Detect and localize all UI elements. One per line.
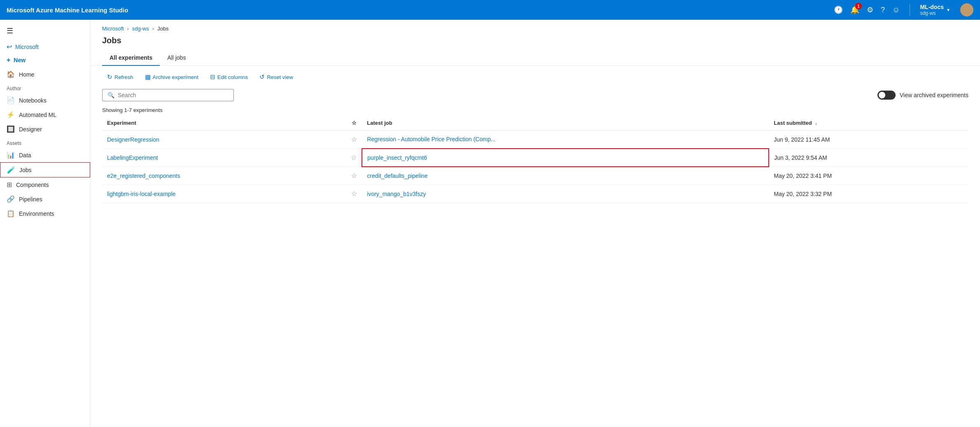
environments-label: Environments xyxy=(19,210,54,217)
table-row: e2e_registered_components☆credit_default… xyxy=(102,167,968,185)
pipelines-icon: 🔗 xyxy=(7,195,15,203)
tab-all-experiments[interactable]: All experiments xyxy=(102,50,160,66)
view-archived-label: View archived experiments xyxy=(900,92,968,98)
star-cell[interactable]: ☆ xyxy=(346,149,362,167)
search-input[interactable] xyxy=(118,92,229,98)
experiment-cell[interactable]: e2e_registered_components xyxy=(102,167,346,185)
archive-experiment-button[interactable]: ▦ Archive experiment xyxy=(140,71,203,83)
tab-all-jobs[interactable]: All jobs xyxy=(160,50,193,66)
view-archived-toggle-row: View archived experiments xyxy=(877,91,968,100)
star-cell[interactable]: ☆ xyxy=(346,131,362,149)
breadcrumb-sep-1: › xyxy=(127,26,129,32)
search-box[interactable]: 🔍 xyxy=(102,89,234,101)
reset-icon: ↺ xyxy=(259,73,265,81)
main-content: Microsoft › sdg-ws › Jobs Jobs All exper… xyxy=(91,20,980,427)
archive-icon: ▦ xyxy=(145,73,151,81)
star-icon[interactable]: ☆ xyxy=(351,154,357,161)
jobs-label: Jobs xyxy=(19,167,32,173)
designer-label: Designer xyxy=(19,126,42,133)
last-submitted-cell: Jun 3, 2022 9:54 AM xyxy=(769,149,968,167)
sidebar-item-notebooks[interactable]: 📄 Notebooks xyxy=(0,93,90,107)
last-submitted-cell: Jun 9, 2022 11:45 AM xyxy=(769,131,968,149)
notebooks-label: Notebooks xyxy=(19,97,47,104)
col-header-last-submitted[interactable]: Last submitted ↓ xyxy=(769,117,968,131)
environments-icon: 📋 xyxy=(7,210,15,217)
notification-badge: 1 xyxy=(855,3,862,9)
edit-columns-button[interactable]: ⊟ Edit columns xyxy=(205,71,253,83)
top-bar-divider xyxy=(910,4,910,16)
history-icon[interactable]: 🕐 xyxy=(834,5,843,14)
star-cell[interactable]: ☆ xyxy=(346,167,362,185)
breadcrumb-sep-2: › xyxy=(152,26,154,32)
reset-view-button[interactable]: ↺ Reset view xyxy=(254,71,298,83)
view-archived-toggle[interactable] xyxy=(877,91,896,100)
refresh-icon: ↻ xyxy=(107,73,112,81)
sidebar-item-designer[interactable]: 🔲 Designer xyxy=(0,122,90,136)
designer-icon: 🔲 xyxy=(7,125,15,133)
experiment-cell[interactable]: lightgbm-iris-local-example xyxy=(102,185,346,203)
search-icon: 🔍 xyxy=(107,92,114,98)
sidebar: ☰ ↩ Microsoft + New 🏠 Home Author 📄 Note… xyxy=(0,20,91,427)
pipelines-label: Pipelines xyxy=(19,196,42,203)
smiley-icon[interactable]: ☺ xyxy=(892,6,900,14)
chevron-down-icon: ▾ xyxy=(947,7,950,13)
col-header-star: ☆ xyxy=(346,117,362,131)
automated-ml-label: Automated ML xyxy=(19,112,56,118)
experiment-cell[interactable]: DesignerRegression xyxy=(102,131,346,149)
latest-job-cell[interactable]: purple_insect_ryfqcmt6 xyxy=(362,149,769,167)
table-row: LabelingExperiment☆purple_insect_ryfqcmt… xyxy=(102,149,968,167)
latest-job-cell[interactable]: credit_defaults_pipeline xyxy=(362,167,769,185)
components-label: Components xyxy=(16,182,49,188)
breadcrumb-jobs: Jobs xyxy=(157,26,168,32)
reset-view-label: Reset view xyxy=(267,74,293,80)
app-body: ☰ ↩ Microsoft + New 🏠 Home Author 📄 Note… xyxy=(0,20,980,427)
table-header-row: Experiment ☆ Latest job Last submitted ↓ xyxy=(102,117,968,131)
automated-ml-icon: ⚡ xyxy=(7,111,15,119)
star-icon[interactable]: ☆ xyxy=(351,190,357,197)
table-row: lightgbm-iris-local-example☆ivory_mango_… xyxy=(102,185,968,203)
sidebar-item-jobs[interactable]: 🧪 Jobs xyxy=(0,162,90,177)
sidebar-item-environments[interactable]: 📋 Environments xyxy=(0,206,90,221)
experiments-table: Experiment ☆ Latest job Last submitted ↓… xyxy=(102,117,968,203)
latest-job-cell[interactable]: Regression - Automobile Price Prediction… xyxy=(362,131,769,149)
workspace-switcher[interactable]: ML-docs sdg-ws ▾ xyxy=(920,4,950,16)
sidebar-item-automated-ml[interactable]: ⚡ Automated ML xyxy=(0,107,90,122)
breadcrumb-microsoft[interactable]: Microsoft xyxy=(102,26,124,32)
sidebar-item-data[interactable]: 📊 Data xyxy=(0,148,90,162)
app-title: Microsoft Azure Machine Learning Studio xyxy=(7,7,834,14)
sidebar-item-components[interactable]: ⊞ Components xyxy=(0,177,90,192)
last-submitted-cell: May 20, 2022 3:41 PM xyxy=(769,167,968,185)
sidebar-item-pipelines[interactable]: 🔗 Pipelines xyxy=(0,192,90,206)
sidebar-item-home[interactable]: 🏠 Home xyxy=(0,67,90,82)
toolbar: ↻ Refresh ▦ Archive experiment ⊟ Edit co… xyxy=(91,66,980,87)
avatar[interactable] xyxy=(960,3,973,16)
last-submitted-cell: May 20, 2022 3:32 PM xyxy=(769,185,968,203)
plus-icon: + xyxy=(7,56,10,64)
table-row: DesignerRegression☆Regression - Automobi… xyxy=(102,131,968,149)
notification-icon[interactable]: 🔔 1 xyxy=(850,5,859,14)
hamburger-icon[interactable]: ☰ xyxy=(0,23,90,40)
top-bar-icons: 🕐 🔔 1 ⚙ ? ☺ ML-docs sdg-ws ▾ xyxy=(834,3,973,16)
showing-count: Showing 1-7 experiments xyxy=(91,106,980,117)
experiment-cell[interactable]: LabelingExperiment xyxy=(102,149,346,167)
toggle-knob xyxy=(879,92,885,98)
tabs: All experiments All jobs xyxy=(91,50,980,66)
breadcrumb-workspace[interactable]: sdg-ws xyxy=(132,26,149,32)
home-label: Home xyxy=(19,71,34,78)
sidebar-back[interactable]: ↩ Microsoft xyxy=(0,40,90,53)
settings-icon[interactable]: ⚙ xyxy=(867,5,873,14)
star-icon[interactable]: ☆ xyxy=(351,136,357,143)
page-title: Jobs xyxy=(91,34,980,50)
sort-icon: ↓ xyxy=(815,121,817,126)
star-cell[interactable]: ☆ xyxy=(346,185,362,203)
latest-job-cell[interactable]: ivory_mango_b1v3fszy xyxy=(362,185,769,203)
help-icon[interactable]: ? xyxy=(881,6,885,14)
star-icon[interactable]: ☆ xyxy=(351,172,357,179)
experiments-table-wrap: Experiment ☆ Latest job Last submitted ↓… xyxy=(91,117,980,427)
table-body: DesignerRegression☆Regression - Automobi… xyxy=(102,131,968,203)
workspace-info: ML-docs sdg-ws xyxy=(920,4,944,16)
assets-section-label: Assets xyxy=(0,136,90,148)
data-label: Data xyxy=(19,152,31,159)
refresh-button[interactable]: ↻ Refresh xyxy=(102,71,138,83)
new-button[interactable]: + New xyxy=(0,53,90,67)
